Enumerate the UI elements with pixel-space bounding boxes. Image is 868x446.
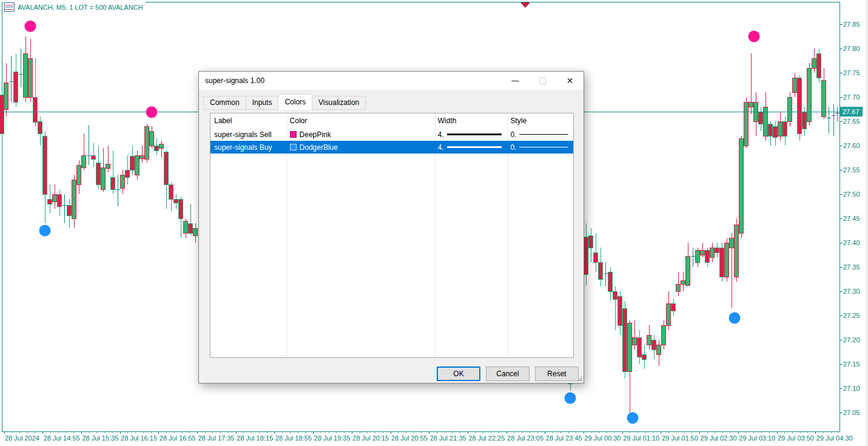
svg-text:28 Jul 15:35: 28 Jul 15:35 — [82, 434, 118, 442]
table-header: Label Color Width Style — [210, 113, 573, 128]
row-color-cell[interactable]: DeepPink — [286, 128, 434, 141]
svg-text:27.05: 27.05 — [843, 409, 860, 416]
row-label: super-signals Buy — [210, 141, 286, 154]
svg-text:29 Jul 03:10: 29 Jul 03:10 — [739, 434, 775, 442]
svg-text:27.85: 27.85 — [843, 21, 860, 28]
svg-text:29 Jul 01:10: 29 Jul 01:10 — [623, 434, 659, 442]
color-swatch — [290, 144, 297, 150]
chart-symbol-title: AVALANCH, M5: 1 LOT = 500 AVALANCH — [3, 2, 146, 12]
mt5-chart-window: 27.8527.8027.7527.7027.6527.6027.5527.50… — [0, 0, 868, 446]
chart-title-text: AVALANCH, M5: 1 LOT = 500 AVALANCH — [18, 4, 143, 11]
tab-common[interactable]: Common — [203, 96, 246, 110]
reset-button[interactable]: Reset — [535, 367, 579, 381]
style-value: 0. — [510, 130, 516, 139]
colors-table: Label Color Width Style super-signals Se… — [210, 113, 574, 358]
color-swatch — [290, 131, 297, 138]
svg-text:29 Jul 02:30: 29 Jul 02:30 — [701, 434, 737, 442]
tab-visualization[interactable]: Visualization — [312, 96, 366, 110]
style-line-preview — [519, 134, 568, 135]
dialog-title: super-signals 1.00 — [199, 76, 502, 85]
minimize-button[interactable]: — — [502, 72, 529, 90]
row-label: super-signals Sell — [210, 128, 286, 141]
svg-text:27.80: 27.80 — [843, 45, 860, 52]
close-button[interactable]: ✕ — [556, 72, 584, 90]
svg-text:29 Jul 03:50: 29 Jul 03:50 — [778, 434, 814, 442]
tab-inputs[interactable]: Inputs — [246, 96, 279, 110]
style-line-preview — [519, 147, 568, 147]
svg-text:28 Jul 17:35: 28 Jul 17:35 — [198, 434, 235, 442]
svg-text:27.30: 27.30 — [843, 288, 860, 295]
chart-shift-marker-icon[interactable] — [520, 2, 530, 8]
svg-text:28 Jul 19:35: 28 Jul 19:35 — [314, 434, 351, 442]
svg-text:29 Jul 01:50: 29 Jul 01:50 — [662, 434, 698, 442]
svg-text:27.50: 27.50 — [843, 191, 860, 198]
svg-text:28 Jul 23:45: 28 Jul 23:45 — [546, 434, 582, 442]
header-width: Width — [434, 113, 507, 128]
row-style-cell[interactable]: 0. — [506, 141, 573, 154]
dialog-titlebar[interactable]: super-signals 1.00 — ✕ — [199, 72, 584, 90]
svg-text:29 Jul 04:30: 29 Jul 04:30 — [816, 434, 853, 442]
header-style: Style — [506, 113, 573, 128]
header-label: Label — [210, 113, 286, 128]
indicator-properties-dialog: super-signals 1.00 — ✕ Common Inputs Col… — [198, 71, 584, 383]
svg-text:28 Jul 20:15: 28 Jul 20:15 — [352, 434, 389, 442]
svg-text:27.45: 27.45 — [843, 215, 860, 222]
svg-text:27.25: 27.25 — [843, 312, 860, 319]
width-line-preview — [447, 133, 502, 135]
header-color: Color — [286, 113, 434, 128]
color-name: DodgerBlue — [300, 143, 338, 152]
width-line-preview — [447, 146, 502, 148]
width-value: 4. — [438, 130, 444, 139]
resize-grip[interactable] — [577, 376, 582, 381]
svg-text:28 Jul 18:15: 28 Jul 18:15 — [237, 434, 273, 442]
svg-text:27.55: 27.55 — [843, 166, 860, 174]
svg-text:27.35: 27.35 — [843, 263, 860, 271]
row-width-cell[interactable]: 4. — [434, 141, 507, 154]
svg-text:28 Jul 20:55: 28 Jul 20:55 — [391, 434, 428, 442]
maximize-button — [529, 72, 556, 90]
svg-text:28 Jul 14:55: 28 Jul 14:55 — [44, 434, 80, 442]
svg-text:28 Jul 22:25: 28 Jul 22:25 — [468, 434, 505, 442]
maximize-icon — [539, 78, 546, 84]
dialog-tabs: Common Inputs Colors Visualization — [203, 94, 365, 110]
svg-text:27.75: 27.75 — [843, 69, 860, 76]
svg-text:28 Jul 23:05: 28 Jul 23:05 — [507, 434, 543, 442]
row-style-cell[interactable]: 0. — [506, 128, 573, 141]
svg-text:29 Jul 00:30: 29 Jul 00:30 — [585, 434, 621, 442]
svg-text:27.67: 27.67 — [843, 108, 860, 115]
tab-colors[interactable]: Colors — [278, 94, 312, 110]
svg-text:27.70: 27.70 — [843, 93, 860, 101]
svg-text:27.15: 27.15 — [843, 360, 860, 368]
svg-text:28 Jul 16:15: 28 Jul 16:15 — [121, 434, 157, 442]
svg-text:28 Jul 2024: 28 Jul 2024 — [5, 434, 39, 442]
table-row-sell[interactable]: super-signals Sell DeepPink 4. 0. — [210, 128, 573, 141]
svg-text:27.40: 27.40 — [843, 239, 860, 246]
svg-text:27.65: 27.65 — [843, 118, 860, 125]
svg-text:28 Jul 16:55: 28 Jul 16:55 — [160, 434, 196, 442]
svg-text:27.60: 27.60 — [843, 142, 860, 149]
style-value: 0. — [510, 143, 516, 152]
svg-text:28 Jul 21:35: 28 Jul 21:35 — [430, 434, 466, 442]
table-row-buy[interactable]: super-signals Buy DodgerBlue 4. 0. — [210, 141, 573, 154]
row-color-cell[interactable]: DodgerBlue — [286, 141, 434, 154]
width-value: 4. — [438, 143, 444, 152]
color-name: DeepPink — [300, 130, 331, 139]
indicator-list-icon — [4, 2, 15, 12]
cancel-button[interactable]: Cancel — [486, 367, 530, 381]
svg-text:27.20: 27.20 — [843, 336, 860, 343]
ok-button[interactable]: OK — [437, 367, 480, 381]
row-width-cell[interactable]: 4. — [434, 128, 507, 141]
svg-text:27.10: 27.10 — [843, 385, 860, 392]
svg-text:28 Jul 18:55: 28 Jul 18:55 — [275, 434, 312, 442]
